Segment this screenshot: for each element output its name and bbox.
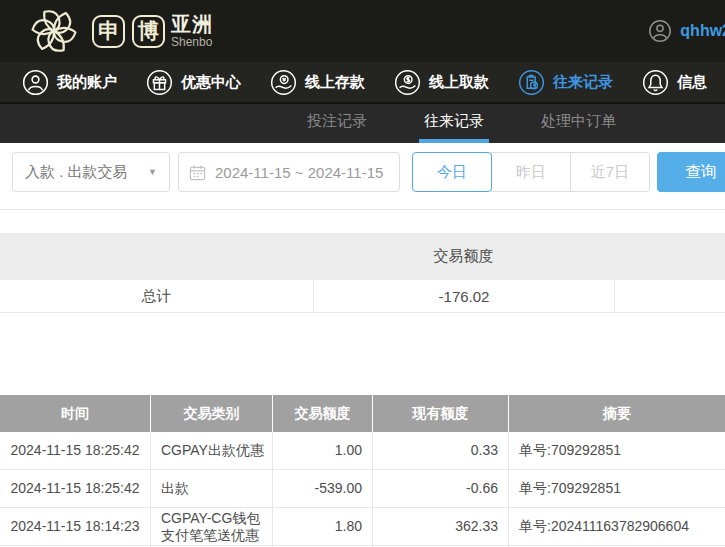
cell-balance: 0.33 — [372, 432, 508, 469]
logo-wordmark: 申 博 — [92, 15, 165, 48]
nav-item-deposit[interactable]: 线上存款 — [270, 69, 365, 96]
logo-region-cn: 亚洲 — [171, 14, 213, 34]
search-button[interactable]: 查询 — [657, 152, 725, 192]
cell-amount: 1.80 — [272, 508, 372, 545]
nav-label: 线上存款 — [305, 73, 365, 92]
table-row: 2024-11-15 18:25:42 CGPAY出款优惠 1.00 0.33 … — [0, 432, 725, 470]
username[interactable]: qhhw2 — [680, 22, 725, 40]
today-button[interactable]: 今日 — [412, 152, 492, 192]
nav-item-transaction-records[interactable]: 往来记录 — [518, 69, 613, 96]
nav-item-withdraw[interactable]: 线上取款 — [394, 69, 489, 96]
nav-item-promotions[interactable]: 优惠中心 — [146, 69, 241, 96]
summary-header-amount: 交易额度 — [313, 233, 614, 280]
tab-pending-orders[interactable]: 处理中订单 — [536, 104, 621, 143]
records-header-row: 时间 交易类别 交易额度 现有额度 摘要 — [0, 395, 725, 432]
cell-time: 2024-11-15 18:25:42 — [0, 470, 150, 507]
calendar-icon — [189, 164, 206, 181]
col-header-amount: 交易额度 — [272, 395, 372, 432]
logo-char-bo: 博 — [132, 15, 165, 48]
bell-icon — [642, 69, 669, 96]
shenbo-flower-logo-icon — [26, 3, 82, 59]
gift-icon — [146, 69, 173, 96]
withdraw-icon — [394, 69, 421, 96]
logo-char-shen: 申 — [92, 15, 125, 48]
cell-amount: 1.00 — [272, 432, 372, 469]
filter-bar: 入款 . 出款交易 ▼ 2024-11-15 ~ 2024-11-15 今日 昨… — [0, 143, 725, 210]
records-icon — [518, 69, 545, 96]
yesterday-button[interactable]: 昨日 — [491, 152, 571, 192]
cell-type: CGPAY出款优惠 — [150, 432, 272, 469]
nav-label: 我的账户 — [57, 73, 117, 92]
cell-time: 2024-11-15 18:25:42 — [0, 432, 150, 469]
summary-header-spacer — [0, 233, 313, 280]
quick-date-buttons: 今日 昨日 近7日 — [412, 152, 650, 192]
nav-item-messages[interactable]: 信息 — [642, 69, 707, 96]
tab-transaction-records[interactable]: 往来记录 — [419, 104, 489, 143]
chevron-down-icon: ▼ — [148, 167, 157, 177]
table-row: 2024-11-15 18:14:23 CGPAY-CG钱包支付笔笔送优惠 1.… — [0, 508, 725, 546]
cell-type: 出款 — [150, 470, 272, 507]
summary-header-spacer — [614, 233, 725, 280]
nav-item-my-account[interactable]: 我的账户 — [22, 69, 117, 96]
summary-header-row: 交易额度 — [0, 233, 725, 280]
cell-type: CGPAY-CG钱包支付笔笔送优惠 — [150, 508, 272, 545]
cell-time: 2024-11-15 18:14:23 — [0, 508, 150, 545]
cell-amount: -539.00 — [272, 470, 372, 507]
deposit-icon — [270, 69, 297, 96]
summary-empty-cell — [614, 280, 725, 312]
nav-label: 优惠中心 — [181, 73, 241, 92]
nav-label: 线上取款 — [429, 73, 489, 92]
transaction-type-value: 入款 . 出款交易 — [25, 163, 128, 182]
top-header: 申 博 亚洲 Shenbo qhhw2 — [0, 0, 725, 62]
tab-betting-records[interactable]: 投注记录 — [302, 104, 372, 143]
summary-total-label: 总计 — [0, 280, 313, 312]
date-range-input[interactable]: 2024-11-15 ~ 2024-11-15 — [178, 152, 400, 192]
col-header-type: 交易类别 — [150, 395, 272, 432]
logo-region: 亚洲 Shenbo — [171, 14, 213, 48]
nav-label: 信息 — [677, 73, 707, 92]
transaction-type-select[interactable]: 入款 . 出款交易 ▼ — [12, 152, 170, 192]
summary-total-row: 总计 -176.02 — [0, 280, 725, 313]
user-account-link[interactable]: qhhw2 — [648, 19, 725, 43]
logo-region-en: Shenbo — [171, 36, 213, 48]
last-7-days-button[interactable]: 近7日 — [570, 152, 650, 192]
cell-summary: 单号:202411163782906604 — [508, 508, 725, 545]
nav-label: 往来记录 — [553, 73, 613, 92]
summary-total-value: -176.02 — [313, 280, 614, 312]
date-range-value: 2024-11-15 ~ 2024-11-15 — [215, 164, 383, 181]
col-header-summary: 摘要 — [508, 395, 725, 432]
user-avatar-icon — [648, 19, 672, 43]
sub-nav: 投注记录 往来记录 处理中订单 — [0, 104, 725, 143]
user-icon — [22, 69, 49, 96]
table-row: 2024-11-15 18:25:42 出款 -539.00 -0.66 单号:… — [0, 470, 725, 508]
cell-balance: -0.66 — [372, 470, 508, 507]
records-table: 时间 交易类别 交易额度 现有额度 摘要 2024-11-15 18:25:42… — [0, 395, 725, 547]
cell-summary: 单号:709292851 — [508, 470, 725, 507]
col-header-time: 时间 — [0, 395, 150, 432]
summary-table: 交易额度 总计 -176.02 — [0, 233, 725, 313]
cell-balance: 362.33 — [372, 508, 508, 545]
main-nav: 我的账户 优惠中心 线上存款 线上取款 — [0, 62, 725, 104]
col-header-balance: 现有额度 — [372, 395, 508, 432]
cell-summary: 单号:709292851 — [508, 432, 725, 469]
